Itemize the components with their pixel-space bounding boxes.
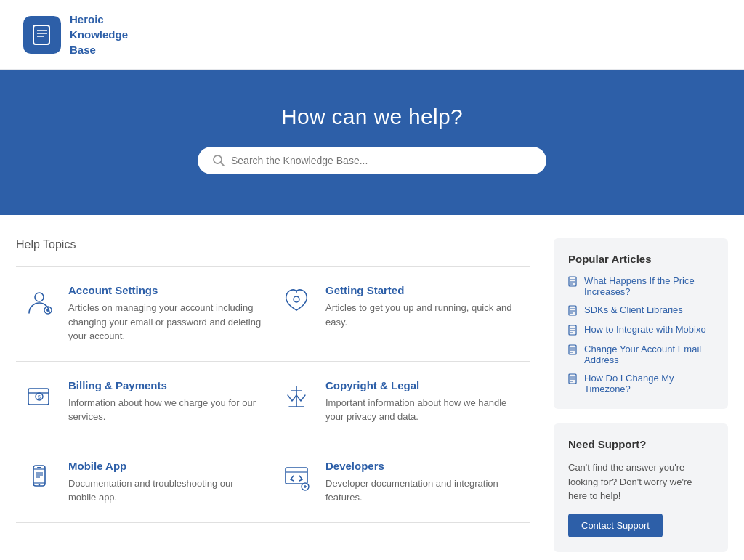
search-bar[interactable] — [198, 147, 546, 174]
header: Heroic Knowledge Base — [0, 0, 744, 70]
article-item[interactable]: SDKs & Client Libraries — [568, 304, 713, 317]
svg-line-28 — [291, 476, 294, 479]
billing-text: Billing & Payments Information about how… — [68, 379, 262, 424]
svg-rect-22 — [37, 467, 41, 468]
popular-articles-title: Popular Articles — [568, 253, 713, 265]
account-settings-text: Account Settings Articles on managing yo… — [68, 284, 262, 344]
mobile-icon — [22, 460, 57, 495]
logo[interactable]: Heroic Knowledge Base — [23, 12, 128, 57]
getting-started-icon — [279, 284, 314, 319]
getting-started-text: Getting Started Articles to get you up a… — [326, 284, 519, 329]
article-item[interactable]: How to Integrate with Mobixo — [568, 324, 713, 336]
legal-text: Copyright & Legal Important information … — [326, 379, 519, 424]
svg-line-31 — [299, 479, 302, 481]
logo-icon — [23, 16, 61, 54]
article-item[interactable]: How Do I Change My Timezone? — [568, 373, 713, 394]
developers-text: Developers Developer documentation and i… — [326, 460, 519, 505]
hero-heading: How can we help? — [23, 105, 721, 129]
svg-line-29 — [291, 479, 294, 481]
article-item[interactable]: What Happens If the Price Increases? — [568, 275, 713, 297]
contact-support-button[interactable]: Contact Support — [568, 514, 663, 537]
topic-mobile[interactable]: Mobile App Documentation and troubleshoo… — [16, 442, 273, 522]
sidebar: Popular Articles What Happens If the Pri… — [554, 238, 728, 552]
svg-point-6 — [35, 293, 44, 301]
article-item[interactable]: Change Your Account Email Address — [568, 344, 713, 365]
hero-section: How can we help? — [0, 70, 744, 215]
account-settings-icon — [22, 284, 57, 319]
doc-icon — [568, 305, 578, 317]
svg-text:$: $ — [38, 394, 41, 399]
doc-icon — [568, 325, 578, 336]
popular-articles-box: Popular Articles What Happens If the Pri… — [554, 238, 728, 409]
topic-account-settings[interactable]: Account Settings Articles on managing yo… — [16, 267, 273, 361]
doc-icon — [568, 373, 578, 385]
search-input[interactable] — [231, 155, 532, 166]
svg-point-8 — [46, 309, 49, 312]
topic-getting-started[interactable]: Getting Started Articles to get you up a… — [273, 267, 530, 361]
support-title: Need Support? — [568, 438, 713, 450]
legal-icon — [279, 379, 314, 414]
doc-icon — [568, 276, 578, 288]
popular-articles-list: What Happens If the Price Increases? SDK… — [568, 275, 713, 394]
section-title: Help Topics — [16, 238, 530, 251]
logo-text: Heroic Knowledge Base — [70, 12, 128, 57]
topics-section: Help Topics Account Settings — [16, 238, 530, 552]
svg-point-9 — [294, 296, 299, 302]
svg-rect-26 — [286, 468, 307, 484]
support-text: Can't find the answer you're looking for… — [568, 460, 713, 503]
svg-line-5 — [221, 163, 225, 166]
billing-icon: $ — [22, 379, 57, 414]
topic-billing[interactable]: $ Billing & Payments Information about h… — [16, 362, 273, 442]
developers-icon — [279, 460, 314, 495]
main-content: Help Topics Account Settings — [1, 215, 743, 560]
svg-line-30 — [299, 476, 302, 479]
search-icon — [212, 154, 225, 167]
support-box: Need Support? Can't find the answer you'… — [554, 423, 728, 552]
svg-point-21 — [39, 484, 40, 485]
mobile-text: Mobile App Documentation and troubleshoo… — [68, 460, 262, 505]
topic-developers[interactable]: Developers Developer documentation and i… — [273, 442, 530, 522]
svg-rect-0 — [33, 25, 49, 44]
topic-row-3: Mobile App Documentation and troubleshoo… — [16, 442, 530, 523]
doc-icon — [568, 344, 578, 356]
topic-legal[interactable]: Copyright & Legal Important information … — [273, 362, 530, 442]
topics-grid: Account Settings Articles on managing yo… — [16, 266, 530, 523]
topic-row-1: Account Settings Articles on managing yo… — [16, 267, 530, 362]
topic-row-2: $ Billing & Payments Information about h… — [16, 362, 530, 442]
